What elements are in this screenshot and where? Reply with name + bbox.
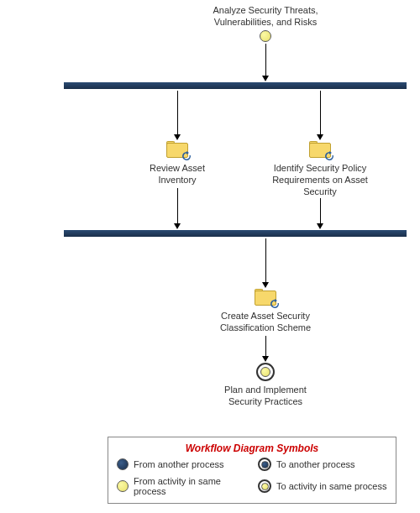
legend-item: To another process bbox=[258, 458, 387, 471]
fork-bar bbox=[64, 82, 407, 89]
legend-item: To activity in same process bbox=[258, 476, 387, 496]
refresh-icon bbox=[270, 299, 280, 309]
arrow bbox=[320, 91, 321, 134]
refresh-icon bbox=[324, 151, 334, 161]
legend: Workflow Diagram Symbols From another pr… bbox=[108, 437, 396, 504]
arrow bbox=[265, 44, 266, 76]
end-node bbox=[256, 363, 275, 381]
end-activity-label: Plan and Implement Security Practices bbox=[215, 385, 316, 408]
arrow bbox=[177, 188, 178, 223]
legend-symbol-navy-ring bbox=[258, 458, 271, 471]
join-bar bbox=[64, 230, 407, 237]
legend-symbol-navy-solid bbox=[117, 458, 129, 470]
arrow bbox=[320, 198, 321, 223]
activity-right-label: Identify Security Policy Requirements on… bbox=[265, 163, 375, 197]
legend-text: From another process bbox=[134, 459, 224, 469]
legend-text: From activity in same process bbox=[134, 476, 246, 496]
activity-icon bbox=[166, 141, 188, 158]
activity-icon bbox=[255, 289, 276, 306]
activity-merge-label: Create Asset Security Classification Sch… bbox=[211, 311, 320, 334]
legend-item: From another process bbox=[117, 458, 246, 471]
arrow-head-icon bbox=[317, 223, 323, 229]
legend-symbol-yellow-ring bbox=[258, 479, 271, 493]
arrow bbox=[177, 91, 178, 134]
legend-item: From activity in same process bbox=[117, 476, 246, 496]
legend-text: To another process bbox=[276, 459, 355, 469]
arrow-head-icon bbox=[262, 282, 269, 288]
activity-left-label: Review Asset Inventory bbox=[135, 163, 219, 186]
arrow bbox=[265, 336, 266, 356]
arrow-head-icon bbox=[262, 76, 269, 81]
activity-icon bbox=[309, 141, 331, 158]
arrow-head-icon bbox=[317, 134, 323, 140]
start-node bbox=[260, 30, 271, 42]
refresh-icon bbox=[181, 151, 192, 161]
arrow-head-icon bbox=[174, 134, 181, 140]
start-activity-label: Analyze Security Threats, Vulnerabilitie… bbox=[190, 5, 341, 29]
legend-title: Workflow Diagram Symbols bbox=[117, 442, 387, 454]
arrow bbox=[265, 238, 266, 282]
arrow-head-icon bbox=[262, 356, 269, 362]
legend-symbol-yellow-solid bbox=[117, 480, 129, 492]
legend-text: To activity in same process bbox=[276, 481, 386, 491]
arrow-head-icon bbox=[174, 223, 181, 229]
